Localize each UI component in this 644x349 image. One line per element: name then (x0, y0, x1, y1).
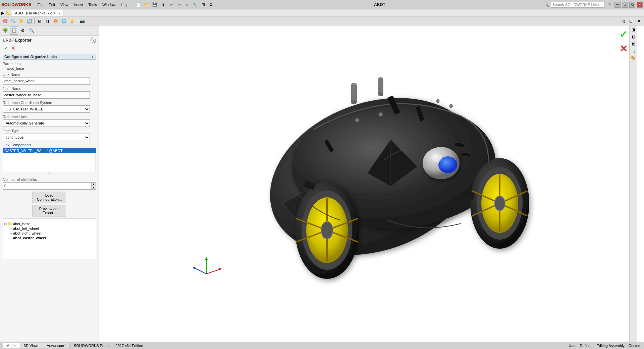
question-icon[interactable]: ? (606, 1, 613, 8)
window-title: ABOT (216, 2, 543, 7)
status-tab-model[interactable]: Model (3, 343, 20, 348)
panel-minimize-icon[interactable]: ◁ (619, 17, 627, 25)
menu-edit[interactable]: Edit (46, 2, 58, 8)
tree-root-label: abot_base (13, 222, 30, 226)
robot-svg (99, 26, 629, 321)
feature-tree-icon[interactable]: 🌳 (1, 27, 9, 35)
ball-highlight (432, 154, 442, 162)
realview-icon[interactable]: 💡 (68, 17, 75, 25)
minimize-button[interactable]: ─ (614, 2, 621, 8)
view-rotate-icon[interactable]: 🔄 (25, 17, 33, 25)
viewport[interactable]: ✓ ✕ ◨ ◧ ◩ ⬚ 🎨 (99, 26, 644, 342)
svg-marker-1 (219, 268, 221, 270)
secondary-toolbar: 🎯 🔍 ✋ 🔄 ⊠ ◑ 🎨 🌐 💡 📷 ◁ ⊡ ✕ (0, 17, 644, 26)
close-button[interactable]: ✕ (637, 2, 643, 8)
joint-name-label: Joint Name (3, 87, 96, 91)
settings-icon[interactable]: ⚙ (208, 1, 215, 8)
link-component-item[interactable]: CASTER_WHEEL_BALL-1@ABOT (3, 148, 96, 153)
open-icon[interactable]: 📂 (143, 1, 151, 8)
menu-file[interactable]: File (35, 2, 46, 8)
link-name-input[interactable] (3, 77, 90, 85)
search-icon: 🔍 (544, 2, 549, 7)
tree-root-expand[interactable]: ⊟ (4, 222, 7, 226)
rebuild-icon[interactable]: 🔧 (192, 1, 199, 8)
urdf-panel-wrapper: URDF Exporter ? ✓ ✕ Configure and Organi… (0, 36, 99, 342)
child-links-label: Number of child links (3, 178, 96, 182)
property-icon[interactable]: 📋 (10, 27, 18, 35)
child-links-input[interactable] (3, 182, 91, 190)
ref-axis-select[interactable]: Automatically Generate (3, 119, 90, 127)
app-version: SOLIDWORKS Premium 2017 x64 Edition (74, 344, 143, 348)
cancel-button[interactable]: ✕ (10, 45, 16, 51)
tree-children: ─abot_left_wheel ─abot_right_wheel ─abot… (4, 226, 95, 240)
help-button[interactable]: ? (91, 38, 96, 43)
r-wheel-hub (494, 196, 505, 211)
active-tab[interactable]: АBOT (По умолчанию <...) (12, 10, 63, 16)
cam-icon[interactable]: 📷 (78, 17, 86, 25)
under-defined-status: Under Defined (569, 344, 592, 348)
select-icon[interactable]: ↖ (183, 1, 191, 8)
config-icon[interactable]: ⚙ (19, 27, 27, 35)
section-view-icon[interactable]: ⊠ (36, 17, 43, 25)
print-icon[interactable]: 🖨 (159, 1, 167, 8)
collapse-icon: ▲ (91, 55, 94, 59)
ref-coord-select[interactable]: CS_CASTER_WHEEL (3, 105, 90, 113)
joint-name-input[interactable] (3, 91, 90, 99)
parent-link-label: Parent Link (3, 62, 96, 66)
redo-icon[interactable]: ↪ (175, 1, 183, 8)
viewport-confirm-x[interactable]: ✕ (620, 43, 627, 54)
spinner-up[interactable]: ▲ (91, 182, 96, 186)
link-components-label: Link Components (3, 143, 96, 147)
screw-2 (379, 112, 383, 116)
new-icon[interactable]: 📄 (135, 1, 143, 8)
statusbar: Model 3D Views Анимация1 SOLIDWORKS Prem… (0, 342, 644, 349)
restore-button[interactable]: ⧉ (629, 2, 635, 8)
pole-1-body (351, 85, 357, 102)
render-mode-icon[interactable]: 🎨 (52, 17, 59, 25)
viewport-confirm-check[interactable]: ✓ (620, 29, 627, 40)
tree-leaf-0[interactable]: ─abot_left_wheel (9, 226, 95, 231)
undo-icon[interactable]: ↩ (167, 1, 175, 8)
panel-icon-bar: 🌳 📋 ⚙ 🔍 (0, 26, 99, 36)
custom-status: Custom (629, 344, 641, 348)
status-tabs: Model 3D Views Анимация1 (3, 343, 70, 348)
action-icons: ✓ ✕ (3, 45, 96, 51)
search2-icon[interactable]: 🔍 (28, 27, 36, 35)
view-pan-icon[interactable]: ✋ (17, 17, 25, 25)
coord-axes (193, 257, 221, 274)
menu-view[interactable]: View (58, 2, 71, 8)
tree-leaf-2[interactable]: ─abot_caster_wheel (9, 236, 95, 240)
left-panel: 🌳 📋 ⚙ 🔍 URDF Exporter ? ✓ ✕ Conf (0, 26, 99, 342)
save-icon[interactable]: 💾 (151, 1, 159, 8)
status-tab-3dviews[interactable]: 3D Views (20, 343, 43, 348)
child-links-row: ▲ ▼ (3, 182, 96, 190)
search-input[interactable] (551, 2, 604, 8)
tree-root-node: ⊟ 📁 abot_base ─abot_left_wheel ─abot_rig… (4, 221, 95, 241)
editing-assembly-status: Editing Assembly (596, 344, 625, 348)
panel-close-icon[interactable]: ✕ (635, 17, 643, 25)
load-config-button[interactable]: Load Configuration... (33, 192, 66, 203)
spinner-down[interactable]: ▼ (91, 186, 96, 190)
main-layout: 🌳 📋 ⚙ 🔍 URDF Exporter ? ✓ ✕ Conf (0, 26, 644, 342)
menu-bar: File Edit View Insert Tools Window Help (35, 2, 131, 8)
menu-window[interactable]: Window (100, 2, 118, 8)
maximize-button[interactable]: □ (622, 2, 628, 8)
display-mode-icon[interactable]: ◑ (44, 17, 51, 25)
preview-export-button[interactable]: Preview and Export... (33, 205, 66, 216)
panel-float-icon[interactable]: ⊡ (627, 17, 635, 25)
screw-1 (355, 118, 359, 122)
scene-icon[interactable]: 🌐 (60, 17, 67, 25)
view-zoom-icon[interactable]: 🔍 (9, 17, 17, 25)
confirm-button[interactable]: ✓ (3, 45, 9, 51)
grid-icon[interactable]: ⊞ (200, 1, 207, 8)
tree-leaf-1[interactable]: ─abot_right_wheel (9, 231, 95, 236)
status-tab-animation[interactable]: Анимация1 (43, 343, 70, 348)
view-orient-icon[interactable]: 🎯 (1, 17, 9, 25)
joint-type-select[interactable]: continuous (3, 134, 90, 141)
wheel-hub (321, 221, 333, 239)
pole-2-body (378, 79, 383, 94)
menu-tools[interactable]: Tools (86, 2, 100, 8)
section-header[interactable]: Configure and Organize Links ▲ (3, 54, 96, 60)
menu-insert[interactable]: Insert (71, 2, 86, 8)
menu-help[interactable]: Help (118, 2, 131, 8)
